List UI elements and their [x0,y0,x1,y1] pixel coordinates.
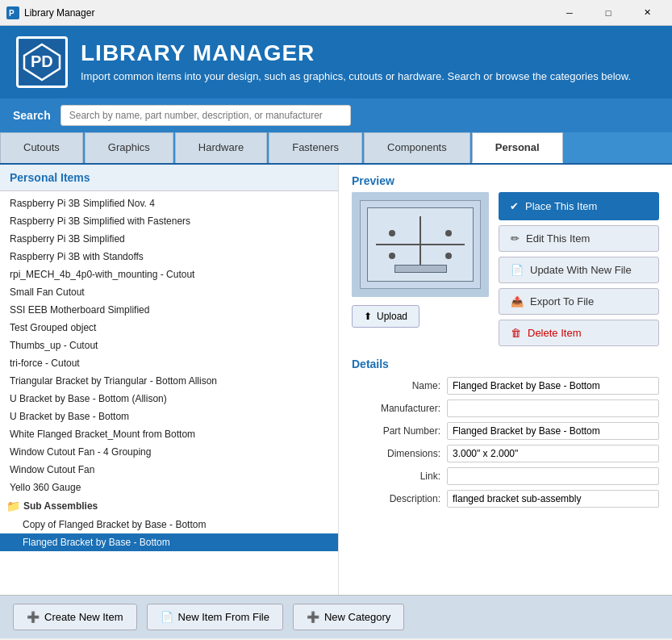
search-label: Search [13,109,51,122]
app-logo: PD [16,36,68,88]
panel-title: Personal Items [0,165,338,191]
detail-row-manufacturer: Manufacturer: [352,399,659,417]
link-label: Link: [352,471,440,482]
delete-icon: 🗑 [511,327,521,339]
export-label: Export To File [530,295,594,307]
tab-components[interactable]: Components [364,132,470,163]
place-item-button[interactable]: ✔ Place This Item [499,192,659,220]
description-label: Description: [352,493,440,504]
list-item[interactable]: Yello 360 Gauge [0,479,338,496]
part-number-label: Part Number: [352,425,440,437]
list-item[interactable]: Triangular Bracket by Triangular - Botto… [0,372,338,390]
item-list: Raspberry Pi 3B Simplified Nov. 4 Raspbe… [0,191,338,595]
create-new-label: Create New Item [44,611,123,623]
window-controls: ─ □ ✕ [551,0,666,26]
main-content: Personal Items Raspberry Pi 3B Simplifie… [0,165,672,595]
manufacturer-input[interactable] [447,399,659,417]
details-section: Details Name: Manufacturer: Part Number:… [352,358,659,512]
name-label: Name: [352,380,440,391]
list-item[interactable]: Thumbs_up - Cutout [0,337,338,354]
detail-row-name: Name: [352,377,659,395]
search-input[interactable] [61,105,351,126]
list-item[interactable]: Window Cutout Fan - 4 Grouping [0,443,338,461]
preview-area: ⬆ Upload ✔ Place This Item ✏ Edit This I… [352,192,659,346]
title-bar: P Library Manager ─ □ ✕ [0,0,672,26]
list-item[interactable]: U Bracket by Base - Bottom [0,408,338,425]
list-item[interactable]: SSI EEB Motherboard Simplified [0,301,338,319]
tab-graphics[interactable]: Graphics [85,132,173,163]
place-icon: ✔ [510,200,519,212]
search-bar: Search [0,98,672,132]
app-icon: P [6,6,19,19]
edit-icon: ✏ [511,232,520,245]
delete-item-button[interactable]: 🗑 Delete Item [499,320,659,346]
update-icon: 📄 [511,264,524,276]
list-item[interactable]: tri-force - Cutout [0,354,338,372]
close-button[interactable]: ✕ [628,0,666,26]
dimensions-label: Dimensions: [352,448,440,459]
new-category-button[interactable]: ➕ New Category [293,604,404,630]
upload-icon: ⬆ [364,311,372,322]
app-title: LIBRARY MANAGER [81,40,631,66]
edit-label: Edit This Item [526,232,590,245]
list-item[interactable]: White Flanged Bracket_Mount from Bottom [0,425,338,443]
bottom-bar: ➕ Create New Item 📄 New Item From File ➕… [0,595,672,638]
tab-hardware[interactable]: Hardware [175,132,267,163]
new-from-file-label: New Item From File [178,611,269,623]
sub-item-copy-flanged[interactable]: Copy of Flanged Bracket by Base - Bottom [0,516,338,533]
details-title: Details [352,358,659,370]
app-header: PD LIBRARY MANAGER Import common items i… [0,26,672,98]
new-from-file-button[interactable]: 📄 New Item From File [147,604,283,630]
create-new-icon: ➕ [27,611,40,623]
description-input[interactable] [447,490,659,508]
left-panel: Personal Items Raspberry Pi 3B Simplifie… [0,165,339,595]
list-item[interactable]: Test Grouped object [0,319,338,337]
update-file-button[interactable]: 📄 Update With New File [499,257,659,283]
part-number-input[interactable] [447,422,659,440]
preview-section: Preview [352,174,659,346]
tab-cutouts[interactable]: Cutouts [0,132,83,163]
list-item[interactable]: Raspberry Pi 3B with Standoffs [0,248,338,266]
list-item[interactable]: Raspberry Pi 3B Simplified Nov. 4 [0,195,338,212]
category-tabs: Cutouts Graphics Hardware Fasteners Comp… [0,132,672,165]
preview-image [352,192,489,297]
export-file-button[interactable]: 📤 Export To File [499,288,659,315]
new-category-label: New Category [324,611,390,623]
app-description: Import common items into your design, su… [81,69,631,84]
svg-text:P: P [9,9,15,18]
name-input[interactable] [447,377,659,395]
detail-row-link: Link: [352,467,659,485]
detail-row-description: Description: [352,490,659,508]
new-category-icon: ➕ [307,611,319,623]
list-item[interactable]: Small Fan Cutout [0,283,338,301]
folder-icon: 📁 [6,500,20,512]
export-icon: 📤 [511,295,524,307]
update-label: Update With New File [530,264,632,276]
list-item[interactable]: U Bracket by Base - Bottom (Allison) [0,390,338,408]
upload-button[interactable]: ⬆ Upload [352,305,419,328]
maximize-button[interactable]: □ [590,0,627,26]
link-input[interactable] [447,467,659,485]
sub-item-flanged-selected[interactable]: Flanged Bracket by Base - Bottom [0,533,338,551]
place-label: Place This Item [525,200,597,212]
folder-label: Sub Assemblies [23,500,98,512]
detail-row-dimensions: Dimensions: [352,445,659,462]
action-buttons: ✔ Place This Item ✏ Edit This Item 📄 Upd… [499,192,659,346]
create-new-button[interactable]: ➕ Create New Item [13,604,137,630]
preview-title: Preview [352,174,659,187]
tab-fasteners[interactable]: Fasteners [269,132,362,163]
edit-item-button[interactable]: ✏ Edit This Item [499,225,659,252]
list-item[interactable]: Window Cutout Fan [0,461,338,479]
dimensions-input[interactable] [447,445,659,462]
right-panel: Preview [339,165,672,595]
new-from-file-icon: 📄 [161,611,173,623]
tab-personal[interactable]: Personal [472,132,563,163]
svg-text:PD: PD [31,52,53,70]
manufacturer-label: Manufacturer: [352,403,440,414]
detail-row-part: Part Number: [352,422,659,440]
list-item[interactable]: Raspberry Pi 3B Simplified with Fastener… [0,212,338,230]
list-item[interactable]: Raspberry Pi 3B Simplified [0,230,338,248]
minimize-button[interactable]: ─ [551,0,588,26]
folder-item-sub-assemblies[interactable]: 📁 Sub Assemblies [0,496,338,516]
list-item[interactable]: rpi_MECH_4b_4p0-with_mounting - Cutout [0,266,338,283]
